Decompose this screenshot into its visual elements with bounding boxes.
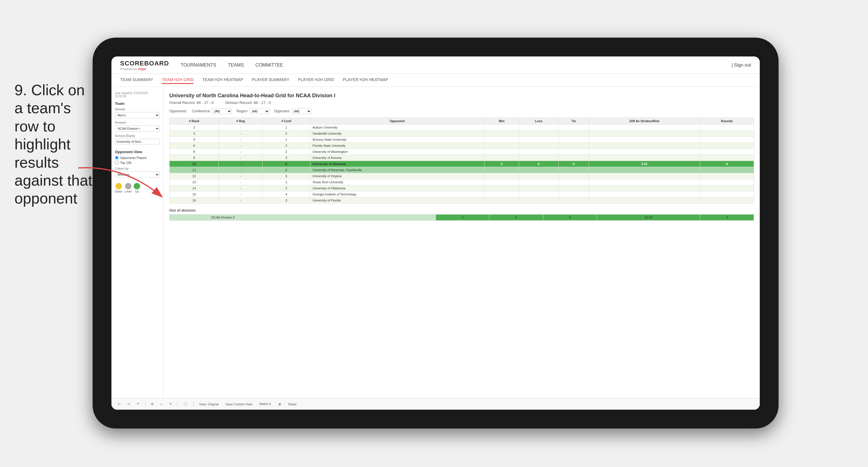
h2h-table: # Rank # Reg # Conf Opponent Win Loss Ti… (169, 118, 754, 204)
data-cell (519, 130, 559, 137)
watch-btn[interactable]: Watch ▾ (257, 401, 273, 407)
data-cell (519, 137, 559, 143)
copy-btn[interactable]: ⧉ (149, 401, 155, 407)
out-of-division-row[interactable]: NCAA Division II 1 0 0 26.00 3 (169, 214, 754, 221)
top-nav: SCOREBOARD Powered by clippi TOURNAMENTS… (112, 56, 760, 74)
region-select[interactable]: (All) (249, 108, 270, 114)
data-cell (485, 173, 519, 179)
table-row[interactable]: 6-2Florida State University (169, 143, 754, 149)
legend-area: Down Level Up (115, 183, 160, 193)
division-select[interactable]: NCAA Division I (115, 125, 160, 132)
out-of-division-tie: 0 (543, 214, 596, 221)
logo-powered: Powered by clippi (120, 67, 169, 71)
toolbar-sep-3: | (193, 402, 194, 407)
redo-btn[interactable]: ↪ (126, 401, 132, 407)
data-cell: - (219, 124, 262, 130)
data-cell: - (219, 137, 262, 143)
table-row[interactable]: 8-2University of Washington (169, 149, 754, 155)
colour-by-select[interactable]: Win/loss (115, 171, 160, 178)
data-cell: 14 (169, 185, 219, 192)
data-cell (700, 173, 754, 179)
team-name-cell: University of Oklahoma (310, 185, 484, 192)
view-original-btn[interactable]: View: Original (197, 402, 221, 407)
table-row[interactable]: 4-1Arizona State University (169, 137, 754, 143)
instruction-text: 9. Click on a team's row to highlight re… (14, 81, 95, 208)
team-name-cell: University of Virginia (310, 173, 484, 179)
legend-down: Down (115, 183, 122, 193)
data-cell (559, 173, 589, 179)
col-reg: # Reg (219, 118, 262, 124)
data-cell: 16 (169, 198, 219, 204)
school-input[interactable] (115, 139, 160, 144)
tab-team-h2h-heatmap[interactable]: TEAM H2H HEATMAP (202, 76, 243, 84)
nav-teams[interactable]: TEAMS (228, 61, 244, 69)
conference-select[interactable]: (All) (212, 108, 232, 114)
radio-top100[interactable]: Top 100 (115, 161, 160, 165)
out-of-division-rounds: 3 (700, 214, 754, 221)
table-row[interactable]: 3-2Vanderbilt University (169, 130, 754, 137)
add-btn[interactable]: + (159, 402, 164, 407)
edit-btn[interactable]: ✎ (167, 401, 174, 407)
nav-tournaments[interactable]: TOURNAMENTS (181, 61, 216, 69)
clock-btn[interactable]: 🕐 (182, 401, 189, 407)
data-cell: 2 (262, 130, 310, 137)
data-cell: 6 (262, 167, 310, 173)
data-cell (700, 137, 754, 143)
data-cell (485, 124, 519, 130)
tablet-screen: SCOREBOARD Powered by clippi TOURNAMENTS… (112, 56, 760, 410)
data-cell (700, 149, 754, 155)
data-cell: 0 (519, 161, 559, 167)
data-cell (559, 167, 589, 173)
table-row[interactable]: 9-3University of Arizona (169, 155, 754, 161)
data-cell: - (219, 198, 262, 204)
sign-out-link[interactable]: | Sign out (732, 62, 751, 68)
data-cell (485, 198, 519, 204)
legend-level-dot (125, 183, 131, 189)
undo-btn[interactable]: ↩ (116, 401, 122, 407)
back-btn[interactable]: ↶ (135, 401, 141, 407)
table-row[interactable]: 14-2University of Oklahoma (169, 185, 754, 192)
data-cell: 11 (169, 167, 219, 173)
tab-player-h2h-grid[interactable]: PLAYER H2H GRID (298, 76, 334, 84)
table-row[interactable]: 12-3University of Virginia (169, 173, 754, 179)
main-content: Last Updated: 27/03/2024 16:55:38 Team G… (112, 87, 760, 410)
tab-team-summary[interactable]: TEAM SUMMARY (120, 76, 153, 84)
out-of-division-diff: 26.00 (597, 214, 700, 221)
data-cell: 3 (169, 130, 219, 137)
table-row[interactable]: 15-4Georgia Institute of Technology (169, 192, 754, 198)
grid-panel: University of North Carolina Head-to-Hea… (163, 87, 760, 410)
data-cell (589, 198, 700, 204)
team-name-cell: Texas Tech University (310, 179, 484, 185)
data-cell (519, 143, 559, 149)
table-row[interactable]: 2-1Auburn University (169, 124, 754, 130)
data-cell (559, 185, 589, 192)
data-cell: - (219, 161, 262, 167)
data-cell (559, 143, 589, 149)
data-cell (589, 173, 700, 179)
save-custom-btn[interactable]: Save Custom View (224, 402, 254, 407)
data-cell: - (219, 143, 262, 149)
out-of-division-win: 1 (436, 214, 489, 221)
table-row[interactable]: 16-3University of Florida (169, 198, 754, 204)
tab-player-h2h-heatmap[interactable]: PLAYER H2H HEATMAP (343, 76, 389, 84)
data-cell (559, 198, 589, 204)
table-row[interactable]: 13-1Texas Tech University (169, 179, 754, 185)
data-cell (700, 155, 754, 161)
data-cell: - (219, 173, 262, 179)
overall-record: Overall Record: 89 - 17 - 0 (169, 100, 214, 105)
tab-player-summary[interactable]: PLAYER SUMMARY (252, 76, 289, 84)
nav-committee[interactable]: COMMITTEE (255, 61, 283, 69)
table-row[interactable]: 11-6University of Arkansas, Fayetteville (169, 167, 754, 173)
share-btn[interactable]: Share (286, 402, 298, 407)
school-label: School (Rank) (115, 134, 160, 138)
data-cell (519, 173, 559, 179)
table-row[interactable]: 10-5University of Alabama3002.618 (169, 161, 754, 167)
opponent-select[interactable]: (All) (291, 108, 311, 114)
radio-opponents-played[interactable]: Opponents Played (115, 156, 160, 159)
bottom-toolbar: ↩ ↪ ↶ | ⧉ + ✎ | 🕐 | View: Original Save … (112, 398, 760, 410)
data-cell (700, 124, 754, 130)
gender-select[interactable]: Men's (115, 112, 160, 118)
tab-team-h2h-grid[interactable]: TEAM H2H GRID (162, 76, 194, 84)
screen-btn[interactable]: 🖥 (276, 402, 283, 407)
data-cell: 3 (485, 161, 519, 167)
